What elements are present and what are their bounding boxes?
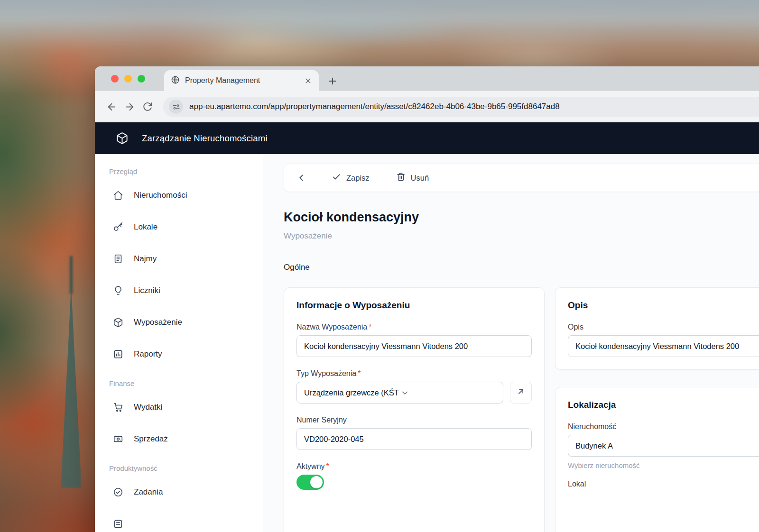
sidebar-section-przeglad: Przegląd xyxy=(109,167,263,175)
type-select[interactable]: Urządzenia grzewcze (KŚT grupa 6) xyxy=(296,382,503,404)
back-icon[interactable] xyxy=(102,98,120,116)
save-button[interactable]: Zapisz xyxy=(318,164,383,192)
back-button[interactable] xyxy=(284,164,318,192)
name-field-label: Nazwa Wyposażenia* xyxy=(296,323,532,331)
sidebar-item-nieruchomosci[interactable]: Nieruchomości xyxy=(109,179,263,211)
serial-field[interactable] xyxy=(296,428,532,450)
url-text: app-eu.apartemo.com/app/propertymanageme… xyxy=(189,102,560,111)
delete-button-label: Usuń xyxy=(411,174,429,183)
new-tab-button[interactable] xyxy=(327,76,338,86)
sidebar-item-lokale[interactable]: Lokale xyxy=(109,211,263,243)
app-header: Zarządzanie Nieruchomościami xyxy=(95,122,759,154)
unit-field-label: Lokal xyxy=(568,480,759,488)
sidebar-section-produktywnosc: Produktywność xyxy=(109,464,263,472)
sidebar-item-label: Najmy xyxy=(134,254,157,264)
browser-tab[interactable]: Property Management xyxy=(164,70,319,91)
browser-tab-strip: Property Management xyxy=(95,66,759,91)
reload-icon[interactable] xyxy=(139,98,157,116)
cart-icon xyxy=(113,402,123,413)
sidebar-item-label: Liczniki xyxy=(134,286,160,295)
tab-ogolne[interactable]: Ogólne xyxy=(284,263,310,272)
name-field[interactable] xyxy=(296,335,532,357)
screenshot-stage: Property Management xyxy=(0,0,759,532)
sidebar-item-sprzedaz[interactable]: Sprzedaż xyxy=(109,423,263,455)
save-button-label: Zapisz xyxy=(346,174,370,183)
minimize-window-button[interactable] xyxy=(124,75,132,83)
sidebar-section-finanse: Finanse xyxy=(109,379,263,387)
description-card-title: Opis xyxy=(568,300,759,311)
sidebar-item-zadania[interactable]: Zadania xyxy=(109,476,263,508)
main-content: Zapisz Usuń Kocioł kondensacyjny Wyposaż… xyxy=(263,154,759,532)
sidebar-item-wyposazenie[interactable]: Wyposażenie xyxy=(109,306,263,338)
package-logo-icon xyxy=(116,132,129,145)
maximize-window-button[interactable] xyxy=(138,75,145,83)
sidebar-item-label: Sprzedaż xyxy=(134,434,168,444)
sidebar-item-label: Raporty xyxy=(134,349,162,359)
entity-toolbar: Zapisz Usuń xyxy=(284,164,759,192)
key-icon xyxy=(113,222,123,232)
app-title: Zarządzanie Nieruchomościami xyxy=(142,133,268,144)
arrow-up-right-icon xyxy=(516,387,526,398)
close-window-button[interactable] xyxy=(111,75,119,83)
sidebar-item-wydatki[interactable]: Wydatki xyxy=(109,391,263,423)
form-cards: Informacje o Wyposażeniu Nazwa Wyposażen… xyxy=(284,287,759,532)
app-body: Przegląd Nieruchomości Lokale xyxy=(95,154,759,532)
note-icon xyxy=(113,519,123,529)
description-field-label: Opis xyxy=(568,323,759,331)
active-toggle[interactable] xyxy=(296,475,324,490)
chevron-down-icon xyxy=(400,388,497,397)
page-title: Kocioł kondensacyjny xyxy=(284,210,759,225)
browser-window: Property Management xyxy=(95,66,759,532)
sidebar-item-liczniki[interactable]: Liczniki xyxy=(109,275,263,306)
type-select-row: Urządzenia grzewcze (KŚT grupa 6) xyxy=(296,382,532,404)
property-helper-text: Wybierz nieruchomość xyxy=(568,461,759,469)
required-marker: * xyxy=(326,462,329,470)
equipment-info-card: Informacje o Wyposażeniu Nazwa Wyposażen… xyxy=(284,287,545,532)
chart-icon xyxy=(113,349,123,359)
required-marker: * xyxy=(369,323,371,331)
type-field-label: Typ Wyposażenia* xyxy=(296,369,532,378)
sidebar-item-label: Wydatki xyxy=(134,403,162,412)
trash-icon xyxy=(396,172,406,183)
sidebar-item-raporty[interactable]: Raporty xyxy=(109,338,263,370)
active-field-label: Aktywny* xyxy=(296,462,532,471)
bulb-icon xyxy=(113,285,123,296)
delete-button[interactable]: Usuń xyxy=(383,164,443,192)
banknote-icon xyxy=(113,434,123,444)
description-field[interactable] xyxy=(568,335,759,357)
property-field[interactable] xyxy=(568,435,759,457)
page-subtitle: Wyposażenie xyxy=(284,231,759,241)
toggle-knob xyxy=(310,476,323,488)
sidebar-item-najmy[interactable]: Najmy xyxy=(109,243,263,275)
globe-icon xyxy=(171,75,180,86)
type-select-value: Urządzenia grzewcze (KŚT grupa 6) xyxy=(304,388,400,397)
sidebar-item-partial[interactable] xyxy=(109,508,263,532)
location-card-title: Lokalizacja xyxy=(568,400,759,410)
property-field-label: Nieruchomość xyxy=(568,422,759,431)
description-card: Opis Opis xyxy=(555,287,759,370)
window-controls xyxy=(95,75,155,83)
check-icon xyxy=(332,172,341,183)
open-type-link-button[interactable] xyxy=(510,382,532,404)
sidebar: Przegląd Nieruchomości Lokale xyxy=(95,154,263,532)
package-icon xyxy=(113,317,123,328)
forward-icon[interactable] xyxy=(120,98,139,116)
sidebar-item-label: Zadania xyxy=(134,487,163,497)
browser-toolbar: app-eu.apartemo.com/app/propertymanageme… xyxy=(95,91,759,122)
location-card: Lokalizacja Nieruchomość Wybierz nieruch… xyxy=(555,387,759,532)
address-bar[interactable]: app-eu.apartemo.com/app/propertymanageme… xyxy=(163,97,759,117)
right-column: Opis Opis Lokalizacja Nieruchomość xyxy=(555,287,759,532)
sidebar-item-label: Lokale xyxy=(134,222,157,232)
file-text-icon xyxy=(113,254,123,264)
required-marker: * xyxy=(358,369,361,377)
equipment-info-title: Informacje o Wyposażeniu xyxy=(296,300,532,311)
site-settings-icon[interactable] xyxy=(169,100,183,114)
tab-close-icon[interactable] xyxy=(304,77,312,85)
home-icon xyxy=(113,190,123,201)
sidebar-item-label: Nieruchomości xyxy=(134,191,187,200)
serial-field-label: Numer Seryjny xyxy=(296,416,532,424)
check-circle-icon xyxy=(113,487,123,497)
tab-title: Property Management xyxy=(185,76,299,85)
sidebar-item-label: Wyposażenie xyxy=(134,318,182,327)
